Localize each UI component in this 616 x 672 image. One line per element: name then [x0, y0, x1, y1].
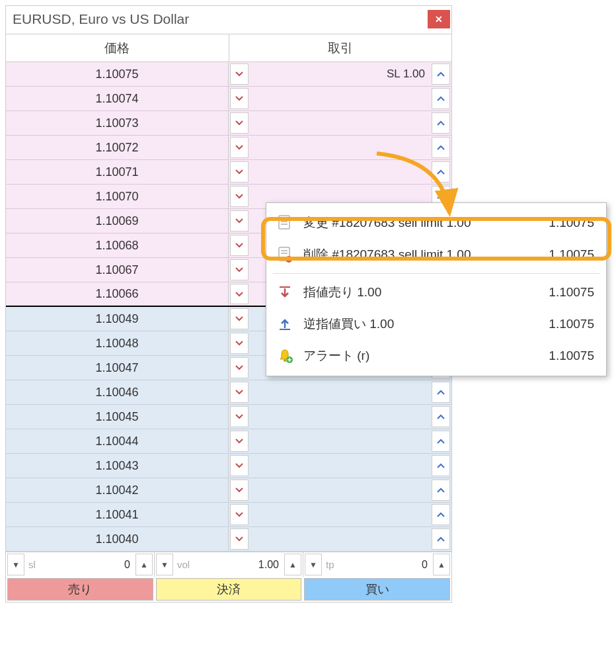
- chevron-down-icon: [235, 487, 243, 493]
- sell-at-price-button[interactable]: [230, 284, 249, 304]
- menu-item-label: 指値売り 1.00: [303, 284, 539, 301]
- price-cell: 1.10040: [6, 527, 229, 551]
- vol-decrement[interactable]: ▼: [156, 554, 173, 575]
- price-cell: 1.10071: [6, 160, 229, 184]
- sell-at-price-button[interactable]: [230, 186, 249, 207]
- trade-cell: [229, 429, 451, 453]
- sell-at-price-button[interactable]: [230, 480, 249, 501]
- price-row[interactable]: 1.10075SL 1.00: [6, 62, 451, 87]
- sell-at-price-button[interactable]: [230, 455, 249, 476]
- doc-x-icon: [276, 245, 294, 264]
- sell-at-price-button[interactable]: [230, 88, 249, 109]
- sell-at-price-button[interactable]: [230, 137, 249, 158]
- sell-at-price-button[interactable]: [230, 235, 249, 256]
- trade-label: [250, 136, 430, 159]
- sell-at-price-button[interactable]: [230, 333, 249, 354]
- tp-label: tp: [323, 554, 334, 575]
- sl-increment[interactable]: ▲: [135, 554, 153, 575]
- sell-at-price-button[interactable]: [230, 112, 249, 134]
- price-cell: 1.10046: [6, 380, 229, 404]
- price-row[interactable]: 1.10043: [6, 454, 451, 478]
- menu-item[interactable]: アラート (r)1.10075: [266, 340, 606, 372]
- price-row[interactable]: 1.10073: [6, 111, 451, 136]
- trade-label: [250, 527, 430, 551]
- settle-button[interactable]: 決済: [156, 578, 302, 601]
- chevron-down-icon: [235, 439, 243, 444]
- chevron-down-icon: [235, 292, 243, 297]
- close-button[interactable]: ✕: [428, 10, 450, 28]
- sl-spinner: ▼ sl 0 ▲: [6, 552, 155, 577]
- sell-at-price-button[interactable]: [230, 382, 249, 403]
- sell-at-price-button[interactable]: [230, 431, 249, 452]
- sell-at-price-button[interactable]: [230, 308, 249, 329]
- price-row[interactable]: 1.10041: [6, 503, 451, 527]
- price-row[interactable]: 1.10074: [6, 87, 451, 111]
- sell-at-price-button[interactable]: [230, 357, 249, 378]
- sell-at-price-button[interactable]: [230, 63, 249, 85]
- buy-at-price-button[interactable]: [432, 137, 450, 158]
- buy-at-price-button[interactable]: [432, 112, 450, 134]
- sell-at-price-button[interactable]: [230, 528, 249, 550]
- price-cell: 1.10041: [6, 503, 229, 526]
- sell-at-price-button[interactable]: [230, 161, 249, 183]
- chevron-up-icon: [437, 390, 445, 395]
- trade-cell: [229, 527, 451, 551]
- sl-label: sl: [26, 554, 36, 575]
- sell-at-price-button[interactable]: [230, 406, 249, 427]
- sell-at-price-button[interactable]: [230, 259, 249, 280]
- buy-at-price-button[interactable]: [432, 382, 450, 403]
- context-menu: 変更 #18207683 sell limit 1.001.10075削除 #1…: [266, 202, 607, 376]
- buy-button[interactable]: 買い: [304, 578, 450, 601]
- chevron-up-icon: [437, 487, 445, 493]
- sl-value[interactable]: 0: [37, 554, 134, 575]
- menu-item[interactable]: 削除 #18207683 sell limit 1.001.10075: [266, 239, 606, 271]
- buy-at-price-button[interactable]: [432, 528, 450, 550]
- chevron-up-icon: [437, 169, 445, 175]
- chevron-up-icon: [437, 96, 445, 101]
- sell-button[interactable]: 売り: [7, 578, 153, 601]
- menu-item[interactable]: 逆指値買い 1.001.10075: [266, 308, 606, 340]
- price-row[interactable]: 1.10040: [6, 527, 451, 552]
- trade-cell: [229, 454, 451, 478]
- tp-value[interactable]: 0: [336, 554, 432, 575]
- sell-at-price-button[interactable]: [230, 504, 249, 525]
- menu-separator: [273, 273, 599, 274]
- footer-inputs: ▼ sl 0 ▲ ▼ vol 1.00 ▲ ▼ tp 0 ▲: [6, 552, 451, 577]
- price-row[interactable]: 1.10044: [6, 429, 451, 454]
- tp-decrement[interactable]: ▼: [305, 554, 322, 575]
- trade-label: [250, 429, 430, 453]
- menu-item-price: 1.10075: [549, 285, 594, 300]
- price-cell: 1.10074: [6, 87, 229, 110]
- price-row[interactable]: 1.10042: [6, 478, 451, 503]
- trade-label: [250, 454, 430, 478]
- buy-at-price-button[interactable]: [432, 455, 450, 476]
- tp-increment[interactable]: ▲: [433, 554, 450, 575]
- header-price: 価格: [6, 34, 229, 62]
- price-row[interactable]: 1.10045: [6, 405, 451, 429]
- chevron-down-icon: [235, 267, 243, 273]
- chevron-down-icon: [235, 145, 243, 150]
- price-row[interactable]: 1.10071: [6, 160, 451, 185]
- price-row[interactable]: 1.10046: [6, 380, 451, 405]
- buy-at-price-button[interactable]: [432, 406, 450, 427]
- price-cell: 1.10070: [6, 185, 229, 208]
- vol-increment[interactable]: ▲: [284, 554, 301, 575]
- price-cell: 1.10075: [6, 62, 229, 86]
- vol-value[interactable]: 1.00: [191, 554, 283, 575]
- buy-at-price-button[interactable]: [432, 431, 450, 452]
- chevron-down-icon: [235, 218, 243, 224]
- buy-at-price-button[interactable]: [432, 480, 450, 501]
- chevron-up-icon: [437, 536, 445, 542]
- trade-cell: [229, 380, 451, 404]
- menu-item-price: 1.10075: [549, 247, 594, 262]
- svg-rect-0: [279, 216, 289, 229]
- menu-item[interactable]: 変更 #18207683 sell limit 1.001.10075: [266, 207, 606, 239]
- buy-at-price-button[interactable]: [432, 63, 450, 85]
- buy-at-price-button[interactable]: [432, 88, 450, 109]
- sl-decrement[interactable]: ▼: [7, 554, 24, 575]
- menu-item[interactable]: 指値売り 1.001.10075: [266, 276, 606, 308]
- buy-at-price-button[interactable]: [432, 504, 450, 525]
- buy-at-price-button[interactable]: [432, 161, 450, 183]
- sell-at-price-button[interactable]: [230, 210, 249, 231]
- price-row[interactable]: 1.10072: [6, 136, 451, 160]
